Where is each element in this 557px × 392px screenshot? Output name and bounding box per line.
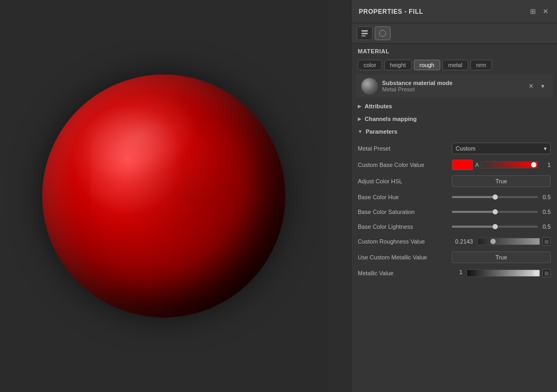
adjust-color-hsl-btn[interactable]: True: [452, 175, 551, 187]
use-custom-metallic-label: Use Custom Metallic Value: [358, 254, 448, 260]
base-color-saturation-row: Base Color Saturation 0.5: [351, 204, 557, 219]
properties-panel: PROPERTIES - FILL ⊞ ✕ MATERIAL: [351, 0, 557, 392]
substance-dropdown-icon[interactable]: ▾: [538, 81, 547, 91]
use-custom-metallic-control: True: [452, 251, 551, 263]
attributes-chevron: ▶: [358, 104, 361, 109]
parameters-label: Parameters: [366, 128, 397, 135]
substance-preset: Metal Preset: [382, 86, 522, 92]
metal-preset-control: Custom ▾: [452, 143, 551, 154]
channels-chevron: ▶: [358, 116, 361, 122]
panel-header-icons: ⊞ ✕: [528, 7, 550, 16]
grid-icon[interactable]: ⊞: [528, 7, 537, 16]
panel-header: PROPERTIES - FILL ⊞ ✕: [351, 0, 557, 23]
mat-tab-height[interactable]: height: [384, 60, 412, 70]
substance-thumbnail: [361, 78, 378, 95]
roughness-expand-icon[interactable]: ⊞: [542, 237, 551, 246]
metallic-expand-icon[interactable]: ⊞: [542, 269, 551, 277]
tab-fill[interactable]: [357, 26, 373, 40]
substance-material-row: Substance material mode Metal Preset ✕ ▾: [356, 74, 553, 98]
use-custom-metallic-btn[interactable]: True: [452, 251, 551, 263]
mat-tab-nrm[interactable]: nrm: [470, 60, 492, 70]
base-color-lightness-control: 0.5: [452, 223, 551, 230]
use-custom-metallic-row: Use Custom Metallic Value True: [351, 249, 557, 266]
metal-preset-dropdown[interactable]: Custom ▾: [452, 143, 551, 154]
attributes-label: Attributes: [365, 103, 392, 109]
base-color-lightness-label: Base Color Lightness: [358, 223, 448, 230]
base-color-hue-control: 0.5: [452, 194, 551, 200]
panel-title: PROPERTIES - FILL: [359, 8, 423, 15]
channels-mapping-section-header[interactable]: ▶ Channels mapping: [351, 113, 557, 125]
panel-content: MATERIAL color height rough metal nrm Su…: [351, 44, 557, 392]
alpha-label: A: [475, 162, 479, 168]
color-swatch[interactable]: [452, 160, 473, 170]
tab-material[interactable]: [375, 26, 391, 40]
parameters-section-header[interactable]: ▼ Parameters: [351, 125, 557, 138]
mat-tab-color[interactable]: color: [358, 60, 382, 70]
alpha-value: 1: [540, 162, 551, 168]
substance-name: Substance material mode: [382, 80, 522, 86]
custom-roughness-value: 0.2143: [452, 238, 473, 245]
custom-base-color-control: A 1: [452, 160, 551, 170]
base-color-hue-value: 0.5: [540, 194, 551, 200]
metallic-value-label: Metallic Value: [358, 270, 448, 276]
adjust-color-hsl-row: Adjust Color HSL True: [351, 173, 557, 190]
adjust-color-hsl-label: Adjust Color HSL: [358, 178, 448, 184]
custom-roughness-control: 0.2143 ⊞: [452, 237, 551, 246]
substance-actions: ✕ ▾: [526, 81, 547, 91]
parameters-chevron: ▼: [358, 129, 363, 134]
base-color-hue-slider[interactable]: [452, 196, 538, 198]
sphere-canvas: [0, 0, 328, 392]
svg-rect-0: [361, 30, 368, 32]
base-color-saturation-label: Base Color Saturation: [358, 209, 448, 215]
base-color-lightness-value: 0.5: [540, 223, 551, 230]
base-color-lightness-slider[interactable]: [452, 226, 538, 228]
alpha-thumb[interactable]: [531, 162, 536, 167]
metal-preset-label: Metal Preset: [358, 145, 448, 152]
roughness-slider[interactable]: [477, 238, 540, 245]
base-color-hue-label: Base Color Hue: [358, 194, 448, 200]
custom-roughness-row: Custom Roughness Value 0.2143 ⊞: [351, 234, 557, 249]
base-color-saturation-value: 0.5: [540, 209, 551, 215]
substance-info: Substance material mode Metal Preset: [382, 80, 522, 92]
mat-tab-rough[interactable]: rough: [414, 60, 440, 70]
svg-rect-1: [361, 33, 368, 34]
channels-label: Channels mapping: [365, 116, 416, 122]
mat-tab-metal[interactable]: metal: [442, 60, 468, 70]
metallic-value-row: Metallic Value 1 ⊞: [351, 266, 557, 281]
base-color-saturation-slider[interactable]: [452, 211, 538, 213]
metallic-slider[interactable]: [467, 269, 540, 277]
custom-base-color-label: Custom Base Color Value: [358, 162, 448, 168]
close-panel-icon[interactable]: ✕: [541, 7, 550, 16]
custom-base-color-row: Custom Base Color Value A 1: [351, 157, 557, 173]
preview-sphere: [42, 74, 285, 318]
panel-tab-bar: [351, 23, 557, 44]
adjust-color-hsl-control: True: [452, 175, 551, 187]
base-color-saturation-control: 0.5: [452, 209, 551, 215]
base-color-hue-row: Base Color Hue 0.5: [351, 190, 557, 204]
material-channel-tabs: color height rough metal nrm: [351, 58, 557, 74]
metal-preset-row: Metal Preset Custom ▾: [351, 140, 557, 157]
metallic-value-num: 1: [452, 269, 462, 275]
attributes-section-header[interactable]: ▶ Attributes: [351, 100, 557, 113]
svg-rect-2: [361, 35, 366, 36]
metallic-value-control: 1 ⊞: [452, 269, 551, 277]
custom-roughness-label: Custom Roughness Value: [358, 238, 448, 245]
parameters-section: Metal Preset Custom ▾ Custom Base Color …: [351, 138, 557, 283]
base-color-lightness-row: Base Color Lightness 0.5: [351, 219, 557, 234]
substance-close-icon[interactable]: ✕: [526, 81, 536, 91]
material-section-label: MATERIAL: [351, 44, 557, 58]
dropdown-arrow-icon: ▾: [544, 145, 547, 152]
metal-preset-value: Custom: [456, 145, 476, 152]
alpha-slider[interactable]: [481, 161, 538, 169]
svg-point-3: [379, 30, 386, 36]
